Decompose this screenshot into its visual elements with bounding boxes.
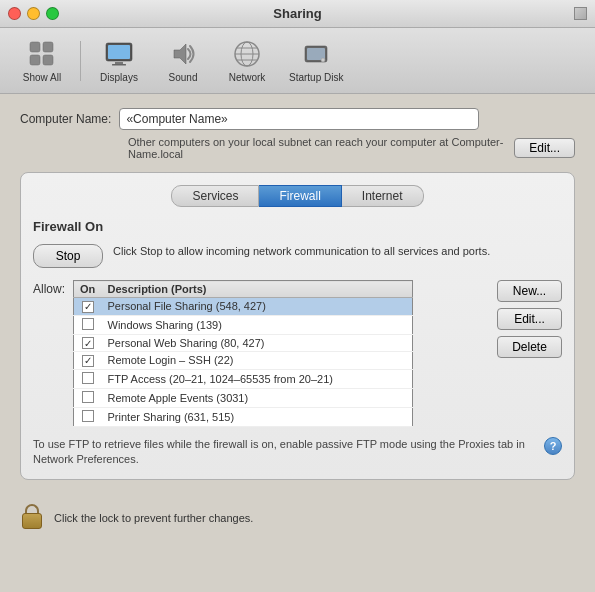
- table-row[interactable]: Remote Apple Events (3031): [74, 388, 413, 407]
- panel: Services Firewall Internet Firewall On S…: [20, 172, 575, 480]
- svg-rect-2: [30, 55, 40, 65]
- delete-button[interactable]: Delete: [497, 336, 562, 358]
- allow-row: Allow: On Description (Ports) Personal F…: [33, 280, 562, 427]
- col-header-on: On: [74, 281, 102, 298]
- row-label: Printer Sharing (631, 515): [102, 407, 413, 426]
- displays-label: Displays: [100, 72, 138, 83]
- action-buttons: New... Edit... Delete: [497, 280, 562, 358]
- computer-name-description: Other computers on your local subnet can…: [128, 136, 504, 160]
- table-row[interactable]: Printer Sharing (631, 515): [74, 407, 413, 426]
- stop-button[interactable]: Stop: [33, 244, 103, 268]
- toolbar-divider: [80, 41, 81, 81]
- edit-button[interactable]: Edit...: [514, 138, 575, 158]
- network-icon: [231, 38, 263, 70]
- row-label: Personal File Sharing (548, 427): [102, 298, 413, 316]
- displays-icon: [103, 38, 135, 70]
- tab-firewall[interactable]: Firewall: [259, 185, 341, 207]
- maximize-button[interactable]: [46, 7, 59, 20]
- svg-rect-3: [43, 55, 53, 65]
- computer-name-input[interactable]: [119, 108, 479, 130]
- svg-rect-6: [115, 62, 123, 64]
- row-label: Remote Login – SSH (22): [102, 352, 413, 370]
- show-all-label: Show All: [23, 72, 61, 83]
- tab-services[interactable]: Services: [171, 185, 259, 207]
- row-label: Personal Web Sharing (80, 427): [102, 334, 413, 352]
- row-checkbox[interactable]: [82, 301, 94, 313]
- toolbar-displays[interactable]: Displays: [89, 34, 149, 87]
- table-row[interactable]: Remote Login – SSH (22): [74, 352, 413, 370]
- svg-rect-5: [108, 45, 130, 59]
- svg-marker-8: [174, 44, 186, 64]
- sound-label: Sound: [169, 72, 198, 83]
- main-content: Computer Name: Other computers on your l…: [0, 94, 595, 494]
- firewall-control-row: Stop Click Stop to allow incoming networ…: [33, 244, 562, 268]
- table-row[interactable]: Windows Sharing (139): [74, 315, 413, 334]
- new-button[interactable]: New...: [497, 280, 562, 302]
- lock-label: Click the lock to prevent further change…: [54, 512, 253, 524]
- row-checkbox[interactable]: [82, 372, 94, 384]
- row-checkbox[interactable]: [82, 391, 94, 403]
- row-label: Remote Apple Events (3031): [102, 388, 413, 407]
- show-all-icon: [26, 38, 58, 70]
- row-checkbox[interactable]: [82, 355, 94, 367]
- row-label: FTP Access (20–21, 1024–65535 from 20–21…: [102, 369, 413, 388]
- table-row[interactable]: Personal File Sharing (548, 427): [74, 298, 413, 316]
- row-checkbox[interactable]: [82, 337, 94, 349]
- row-checkbox[interactable]: [82, 410, 94, 422]
- lock-icon[interactable]: [20, 504, 44, 532]
- toolbar-network[interactable]: Network: [217, 34, 277, 87]
- computer-name-sub: Other computers on your local subnet can…: [128, 136, 575, 160]
- toolbar-show-all[interactable]: Show All: [12, 34, 72, 87]
- table-row[interactable]: Personal Web Sharing (80, 427): [74, 334, 413, 352]
- edit-firewall-button[interactable]: Edit...: [497, 308, 562, 330]
- svg-rect-7: [112, 64, 126, 66]
- table-row[interactable]: FTP Access (20–21, 1024–65535 from 20–21…: [74, 369, 413, 388]
- allow-table-container: On Description (Ports) Personal File Sha…: [73, 280, 491, 427]
- tab-bar: Services Firewall Internet: [33, 185, 562, 207]
- toolbar-sound[interactable]: Sound: [153, 34, 213, 87]
- bottom-bar: Click the lock to prevent further change…: [0, 494, 595, 542]
- firewall-description: Click Stop to allow incoming network com…: [113, 244, 562, 259]
- window-title: Sharing: [273, 6, 321, 21]
- lock-body: [22, 513, 42, 529]
- toolbar-startup-disk[interactable]: Startup Disk: [281, 34, 351, 87]
- allow-table: On Description (Ports) Personal File Sha…: [73, 280, 413, 427]
- row-label: Windows Sharing (139): [102, 315, 413, 334]
- resize-icon[interactable]: [574, 7, 587, 20]
- startup-disk-icon: [300, 38, 332, 70]
- window-controls[interactable]: [8, 7, 59, 20]
- titlebar: Sharing: [0, 0, 595, 28]
- svg-point-16: [321, 58, 325, 62]
- firewall-on-title: Firewall On: [33, 219, 562, 234]
- sound-icon: [167, 38, 199, 70]
- toolbar: Show All Displays Sound: [0, 28, 595, 94]
- col-header-description: Description (Ports): [102, 281, 413, 298]
- network-label: Network: [229, 72, 266, 83]
- computer-name-label: Computer Name:: [20, 112, 111, 126]
- computer-name-row: Computer Name:: [20, 108, 575, 130]
- row-checkbox[interactable]: [82, 318, 94, 330]
- svg-rect-1: [43, 42, 53, 52]
- allow-label: Allow:: [33, 280, 65, 296]
- minimize-button[interactable]: [27, 7, 40, 20]
- tab-internet[interactable]: Internet: [342, 185, 424, 207]
- help-button[interactable]: ?: [544, 437, 562, 455]
- close-button[interactable]: [8, 7, 21, 20]
- svg-rect-0: [30, 42, 40, 52]
- startup-disk-label: Startup Disk: [289, 72, 343, 83]
- ftp-note: To use FTP to retrieve files while the f…: [33, 437, 562, 468]
- ftp-note-text: To use FTP to retrieve files while the f…: [33, 437, 544, 468]
